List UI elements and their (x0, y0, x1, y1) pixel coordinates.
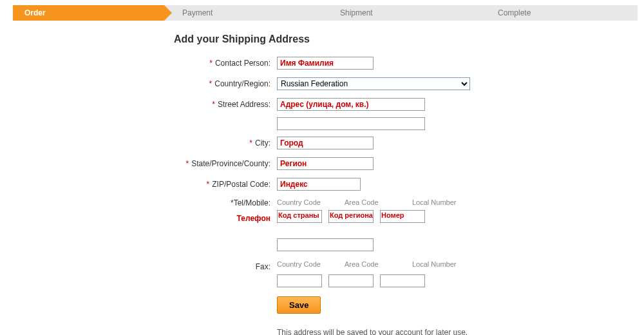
fax-block: Country Code Area Code Local Number (277, 260, 483, 287)
progress-bar: Order Payment Shipment Complete (13, 5, 638, 21)
label-tel: Tel/Mobile: (234, 198, 270, 207)
row-save: Save (174, 296, 644, 314)
select-country[interactable]: Russian Federation (277, 77, 470, 90)
row-fax: Fax: Country Code Area Code Local Number (174, 260, 644, 287)
input-state[interactable] (277, 157, 374, 170)
label-country: *Country/Region: (174, 77, 277, 88)
fax-header: Country Code Area Code Local Number (277, 260, 483, 268)
label-contact: *Contact Person: (174, 57, 277, 68)
tel-block: Country Code Area Code Local Number Код … (277, 198, 483, 251)
input-contact-person[interactable] (277, 57, 374, 70)
save-button[interactable]: Save (277, 296, 321, 314)
label-street: *Street Address: (174, 98, 277, 109)
row-country: *Country/Region: Russian Federation (174, 77, 644, 91)
form-content: Add your Shipping Address *Contact Perso… (174, 34, 644, 335)
progress-label: Complete (498, 8, 531, 17)
label-fax: Fax: (174, 260, 277, 271)
street-inputs (277, 98, 425, 130)
annot-tel-label: Телефон (174, 214, 270, 223)
input-tel-ln[interactable] (380, 210, 425, 223)
label-state: *State/Province/County: (174, 157, 277, 168)
col-local-number: Local Number (412, 198, 470, 206)
col-local-number: Local Number (412, 260, 470, 268)
input-tel-ac[interactable] (328, 210, 374, 223)
input-fax-ac[interactable] (328, 274, 374, 287)
input-street-2[interactable] (277, 117, 425, 130)
label-city: *City: (174, 137, 277, 148)
label-tel-col: *Tel/Mobile: Телефон (174, 198, 277, 223)
save-note: This address will be saved to your accou… (277, 328, 468, 335)
label-zip: *ZIP/Postal Code: (174, 178, 277, 189)
row-city: *City: (174, 137, 644, 151)
input-fax-cc[interactable] (277, 274, 322, 287)
input-zip[interactable] (277, 178, 361, 191)
col-country-code: Country Code (277, 198, 332, 206)
fax-inputs (277, 274, 483, 287)
tel-inputs: Код страны Код региона Номер (277, 210, 483, 223)
col-area-code: Area Code (345, 260, 399, 268)
col-area-code: Area Code (345, 198, 399, 206)
progress-label: Shipment (340, 8, 373, 17)
progress-step-order: Order (13, 5, 164, 21)
progress-label: Order (24, 8, 46, 17)
row-zip: *ZIP/Postal Code: (174, 178, 644, 192)
row-street: *Street Address: (174, 98, 644, 130)
progress-step-payment: Payment (164, 5, 322, 21)
input-street-1[interactable] (277, 98, 425, 111)
row-state: *State/Province/County: (174, 157, 644, 171)
col-country-code: Country Code (277, 260, 332, 268)
tel-header: Country Code Area Code Local Number (277, 198, 483, 206)
progress-label: Payment (182, 8, 213, 17)
row-note: This address will be saved to your accou… (174, 320, 644, 335)
input-tel-cc[interactable] (277, 210, 322, 223)
page-title: Add your Shipping Address (174, 34, 644, 45)
input-fax-ln[interactable] (380, 274, 425, 287)
row-tel: *Tel/Mobile: Телефон Country Code Area C… (174, 198, 644, 251)
progress-step-complete: Complete (480, 5, 638, 21)
progress-step-shipment: Shipment (322, 5, 480, 21)
row-contact: *Contact Person: (174, 57, 644, 71)
input-tel-extra[interactable] (277, 238, 374, 251)
tel-extra (277, 238, 483, 251)
input-city[interactable] (277, 137, 374, 149)
